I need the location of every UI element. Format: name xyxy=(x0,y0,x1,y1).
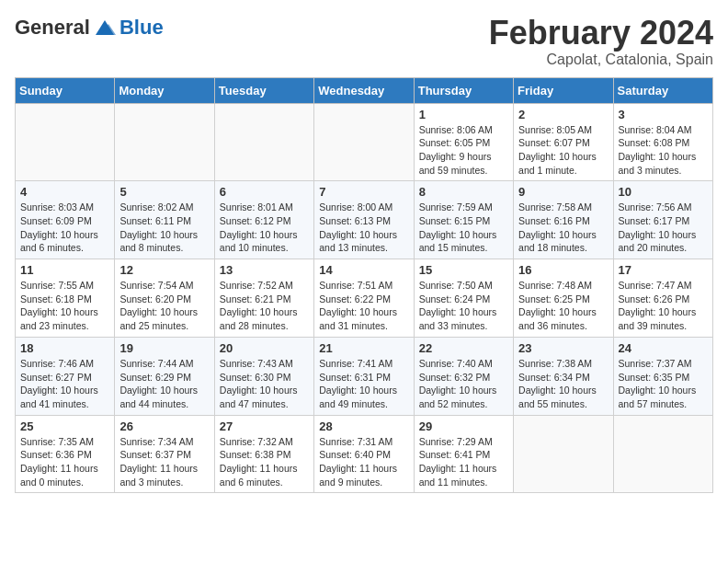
day-info: Sunrise: 8:02 AMSunset: 6:11 PMDaylight:… xyxy=(119,201,209,255)
col-header-saturday: Saturday xyxy=(613,77,712,103)
calendar-cell: 23Sunrise: 7:38 AMSunset: 6:34 PMDayligh… xyxy=(514,337,613,415)
day-info: Sunrise: 8:06 AMSunset: 6:05 PMDaylight:… xyxy=(419,123,508,178)
day-info: Sunrise: 7:59 AMSunset: 6:15 PMDaylight:… xyxy=(419,201,508,255)
calendar-cell: 19Sunrise: 7:44 AMSunset: 6:29 PMDayligh… xyxy=(115,337,214,415)
day-number: 16 xyxy=(518,263,608,277)
day-info: Sunrise: 7:40 AMSunset: 6:32 PMDaylight:… xyxy=(419,357,508,411)
day-info: Sunrise: 7:54 AMSunset: 6:20 PMDaylight:… xyxy=(119,279,209,333)
day-info: Sunrise: 8:00 AMSunset: 6:13 PMDaylight:… xyxy=(319,201,408,255)
logo: General Blue xyxy=(15,15,164,40)
logo-icon xyxy=(92,15,118,40)
day-info: Sunrise: 8:01 AMSunset: 6:12 PMDaylight:… xyxy=(220,201,309,255)
day-number: 23 xyxy=(518,341,608,355)
day-number: 3 xyxy=(619,108,708,121)
day-number: 24 xyxy=(619,341,708,355)
calendar-cell: 21Sunrise: 7:41 AMSunset: 6:31 PMDayligh… xyxy=(314,337,414,415)
calendar-cell: 5Sunrise: 8:02 AMSunset: 6:11 PMDaylight… xyxy=(115,181,214,259)
calendar-cell: 3Sunrise: 8:04 AMSunset: 6:08 PMDaylight… xyxy=(613,103,712,181)
calendar-cell: 24Sunrise: 7:37 AMSunset: 6:35 PMDayligh… xyxy=(613,337,712,415)
calendar-cell: 27Sunrise: 7:32 AMSunset: 6:38 PMDayligh… xyxy=(214,415,313,493)
day-number: 6 xyxy=(220,185,309,199)
day-number: 7 xyxy=(319,185,408,199)
day-info: Sunrise: 7:55 AMSunset: 6:18 PMDaylight:… xyxy=(20,279,109,333)
day-number: 27 xyxy=(220,419,309,433)
calendar-cell: 28Sunrise: 7:31 AMSunset: 6:40 PMDayligh… xyxy=(314,415,414,493)
calendar-cell: 13Sunrise: 7:52 AMSunset: 6:21 PMDayligh… xyxy=(214,259,313,338)
day-number: 28 xyxy=(319,419,408,433)
calendar-cell: 9Sunrise: 7:58 AMSunset: 6:16 PMDaylight… xyxy=(514,181,613,259)
logo-general: General xyxy=(15,16,90,40)
day-number: 11 xyxy=(20,263,109,277)
subtitle: Capolat, Catalonia, Spain xyxy=(489,52,713,68)
calendar-cell: 7Sunrise: 8:00 AMSunset: 6:13 PMDaylight… xyxy=(314,181,414,259)
calendar-cell: 17Sunrise: 7:47 AMSunset: 6:26 PMDayligh… xyxy=(613,259,712,338)
calendar-cell: 6Sunrise: 8:01 AMSunset: 6:12 PMDaylight… xyxy=(214,181,313,259)
day-number: 18 xyxy=(20,341,109,355)
page-header: General Blue February 2024 Capolat, Cata… xyxy=(15,15,713,68)
day-number: 29 xyxy=(419,419,508,433)
day-number: 20 xyxy=(220,341,309,355)
calendar-cell xyxy=(314,103,414,181)
main-title: February 2024 xyxy=(489,15,713,52)
day-info: Sunrise: 7:47 AMSunset: 6:26 PMDaylight:… xyxy=(619,279,708,333)
calendar-cell: 1Sunrise: 8:06 AMSunset: 6:05 PMDaylight… xyxy=(414,103,513,181)
day-number: 17 xyxy=(619,263,708,277)
day-number: 14 xyxy=(319,263,408,277)
calendar-cell: 2Sunrise: 8:05 AMSunset: 6:07 PMDaylight… xyxy=(514,103,613,181)
day-info: Sunrise: 7:34 AMSunset: 6:37 PMDaylight:… xyxy=(119,435,209,489)
day-info: Sunrise: 7:56 AMSunset: 6:17 PMDaylight:… xyxy=(619,201,708,255)
day-number: 2 xyxy=(518,108,608,121)
calendar-cell: 8Sunrise: 7:59 AMSunset: 6:15 PMDaylight… xyxy=(414,181,513,259)
calendar-cell xyxy=(514,415,613,493)
day-info: Sunrise: 7:44 AMSunset: 6:29 PMDaylight:… xyxy=(119,357,209,411)
calendar-cell xyxy=(16,103,115,181)
calendar-cell: 4Sunrise: 8:03 AMSunset: 6:09 PMDaylight… xyxy=(16,181,115,259)
day-number: 5 xyxy=(119,185,209,199)
day-info: Sunrise: 7:35 AMSunset: 6:36 PMDaylight:… xyxy=(20,435,109,489)
col-header-sunday: Sunday xyxy=(16,77,115,103)
col-header-tuesday: Tuesday xyxy=(214,77,313,103)
day-number: 1 xyxy=(419,108,508,121)
calendar-cell: 26Sunrise: 7:34 AMSunset: 6:37 PMDayligh… xyxy=(115,415,214,493)
calendar-cell: 16Sunrise: 7:48 AMSunset: 6:25 PMDayligh… xyxy=(514,259,613,338)
day-info: Sunrise: 8:05 AMSunset: 6:07 PMDaylight:… xyxy=(518,123,608,178)
calendar-cell: 22Sunrise: 7:40 AMSunset: 6:32 PMDayligh… xyxy=(414,337,513,415)
calendar-cell: 15Sunrise: 7:50 AMSunset: 6:24 PMDayligh… xyxy=(414,259,513,338)
logo-blue: Blue xyxy=(119,16,164,40)
day-info: Sunrise: 7:37 AMSunset: 6:35 PMDaylight:… xyxy=(619,357,708,411)
title-block: February 2024 Capolat, Catalonia, Spain xyxy=(489,15,713,68)
day-info: Sunrise: 7:43 AMSunset: 6:30 PMDaylight:… xyxy=(220,357,309,411)
day-number: 10 xyxy=(619,185,708,199)
day-info: Sunrise: 7:29 AMSunset: 6:41 PMDaylight:… xyxy=(419,435,508,489)
day-info: Sunrise: 7:50 AMSunset: 6:24 PMDaylight:… xyxy=(419,279,508,333)
calendar-table: SundayMondayTuesdayWednesdayThursdayFrid… xyxy=(15,77,713,494)
day-info: Sunrise: 7:32 AMSunset: 6:38 PMDaylight:… xyxy=(220,435,309,489)
day-number: 9 xyxy=(518,185,608,199)
day-number: 22 xyxy=(419,341,508,355)
day-number: 15 xyxy=(419,263,508,277)
day-info: Sunrise: 7:52 AMSunset: 6:21 PMDaylight:… xyxy=(220,279,309,333)
day-number: 8 xyxy=(419,185,508,199)
calendar-cell: 12Sunrise: 7:54 AMSunset: 6:20 PMDayligh… xyxy=(115,259,214,338)
day-info: Sunrise: 7:31 AMSunset: 6:40 PMDaylight:… xyxy=(319,435,408,489)
calendar-cell: 20Sunrise: 7:43 AMSunset: 6:30 PMDayligh… xyxy=(214,337,313,415)
calendar-cell xyxy=(115,103,214,181)
day-number: 12 xyxy=(119,263,209,277)
day-number: 4 xyxy=(20,185,109,199)
day-info: Sunrise: 8:03 AMSunset: 6:09 PMDaylight:… xyxy=(20,201,109,255)
col-header-wednesday: Wednesday xyxy=(314,77,414,103)
day-info: Sunrise: 7:58 AMSunset: 6:16 PMDaylight:… xyxy=(518,201,608,255)
day-number: 26 xyxy=(119,419,209,433)
day-info: Sunrise: 7:48 AMSunset: 6:25 PMDaylight:… xyxy=(518,279,608,333)
day-info: Sunrise: 7:51 AMSunset: 6:22 PMDaylight:… xyxy=(319,279,408,333)
calendar-cell: 14Sunrise: 7:51 AMSunset: 6:22 PMDayligh… xyxy=(314,259,414,338)
day-number: 25 xyxy=(20,419,109,433)
col-header-thursday: Thursday xyxy=(414,77,513,103)
calendar-cell: 10Sunrise: 7:56 AMSunset: 6:17 PMDayligh… xyxy=(613,181,712,259)
day-info: Sunrise: 7:38 AMSunset: 6:34 PMDaylight:… xyxy=(518,357,608,411)
calendar-cell: 25Sunrise: 7:35 AMSunset: 6:36 PMDayligh… xyxy=(16,415,115,493)
calendar-cell xyxy=(613,415,712,493)
day-info: Sunrise: 7:46 AMSunset: 6:27 PMDaylight:… xyxy=(20,357,109,411)
day-number: 21 xyxy=(319,341,408,355)
calendar-cell: 29Sunrise: 7:29 AMSunset: 6:41 PMDayligh… xyxy=(414,415,513,493)
